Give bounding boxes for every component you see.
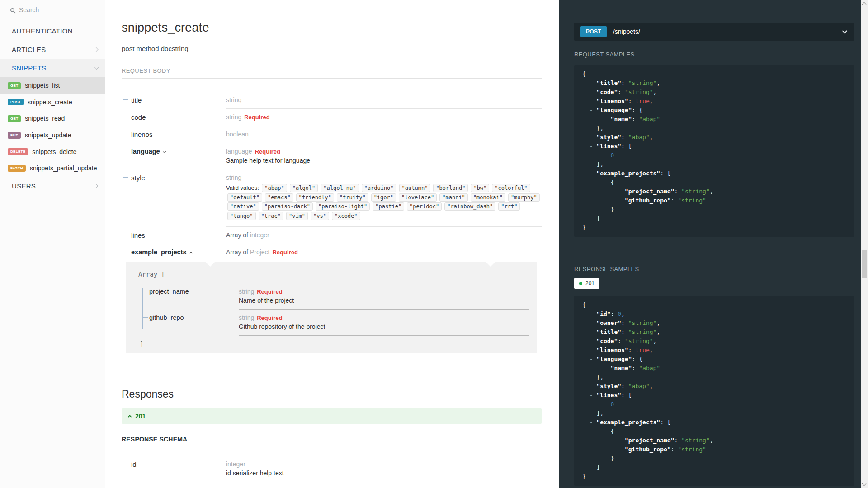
type-prefix: Array of [226,249,250,256]
code-line: 0 [582,151,849,160]
code-line: "linenos": true, [582,346,849,355]
code-line: - "lines": [ [582,391,849,400]
endpoint-dropdown[interactable]: POST /snippets/ [574,23,854,41]
code-token: "style" [582,383,621,389]
code-line: - "language": { [582,106,849,115]
code-token: : [671,197,678,204]
scroll-up-arrow-icon[interactable] [862,2,867,7]
main-content: snippets_create post method docstring RE… [105,0,559,488]
field-name-label: style [131,174,145,182]
response-201-banner[interactable]: 201 [122,408,542,424]
valid-value-badge: "paraiso-dark" [262,202,313,211]
valid-value-badge: "colorful" [492,184,530,192]
sidebar-item-snippets_update[interactable]: PUTsnippets_update [0,127,105,144]
code-token: "string" [681,188,710,195]
code-token: - [582,143,596,150]
code-token: , [650,134,653,141]
field-name: linenos [122,126,226,143]
code-line: "code": "string", [582,88,849,97]
scrollbar-thumb[interactable] [862,250,867,278]
scroll-down-arrow-icon[interactable] [862,482,867,486]
code-token: "lines" [596,392,621,399]
sidebar: AUTHENTICATIONARTICLESSNIPPETSGETsnippet… [0,0,105,488]
sidebar-item-label: AUTHENTICATION [12,27,73,35]
code-line: 0 [582,400,849,409]
code-token: : [671,446,678,453]
code-token: "style" [582,134,621,141]
code-token: "abap" [639,116,660,122]
field-type: string [226,174,241,181]
code-token: ] [582,464,600,471]
response-sample-tab-201[interactable]: 201 [574,278,599,289]
operation-label: snippets_create [28,99,72,106]
response-schema-fields: idintegerid serializer help textownerstr… [122,456,542,488]
sidebar-item-label: ARTICLES [12,46,46,53]
code-token: ], [582,410,604,417]
sidebar-item-snippets[interactable]: SNIPPETS [0,59,105,77]
tree-tick-icon [123,235,128,235]
sidebar-item-snippets_read[interactable]: GETsnippets_read [0,110,105,127]
code-token: : [628,98,636,104]
valid-value-badge: "arduino" [362,184,396,192]
valid-value-badge: "abap" [262,184,287,192]
code-line: ], [582,409,849,418]
collapse-caret-icon [128,415,132,418]
code-token: : [621,328,628,335]
code-token: "string" [678,446,706,453]
code-line: ], [582,160,849,169]
field-name[interactable]: example_projects [122,244,226,262]
field-row-lines: linesArray of integer [122,227,542,244]
code-token: - [582,107,596,113]
sidebar-item-snippets_list[interactable]: GETsnippets_list [0,77,105,94]
tree-tick-icon [123,151,128,151]
sidebar-item-authentication[interactable]: AUTHENTICATION [0,22,105,40]
field-value: boolean [226,126,542,143]
field-name: lines [122,227,226,244]
sidebar-item-snippets_delete[interactable]: DELETEsnippets_delete [0,143,105,160]
field-value: string [226,482,542,488]
sidebar-item-articles[interactable]: ARTICLES [0,40,105,59]
field-name: style [122,169,226,227]
request-body-fields: titlestringcodestringRequiredlinenosbool… [122,92,542,262]
code-token: "id" [582,310,611,317]
field-type-line: boolean [226,131,542,138]
field-type: string [226,113,241,121]
field-row-project_name: project_namestringRequiredName of the pr… [141,283,529,310]
array-schema-box: Array [ project_namestringRequiredName o… [126,262,537,353]
field-name-label: code [131,113,146,121]
code-line: "title": "string", [582,79,849,88]
code-token: "github_repo" [582,446,671,453]
valid-value-badge: "tango" [227,212,256,220]
code-token: } [582,455,614,462]
code-token: "string" [678,197,706,204]
code-line: - "language": { [582,355,849,364]
code-token: "abap" [628,383,650,389]
field-type: string [239,314,254,321]
sidebar-item-users[interactable]: USERS [0,177,105,195]
type-prefix: Array of [226,231,250,239]
valid-value-badge: "manni" [439,193,468,202]
field-type-line: languageRequired [226,148,542,155]
valid-value-badge: "borland" [433,184,468,192]
field-help-text: Github repository of the project [239,323,529,330]
code-line: "name": "abap" [582,364,849,373]
required-flag: Required [255,148,280,155]
sidebar-item-snippets_partial_update[interactable]: PATCHsnippets_partial_update [0,160,105,177]
field-value: stringRequired [226,109,542,126]
code-line: "id": 0, [582,310,849,319]
field-help-text: id serializer help text [226,469,542,477]
code-line: ] [582,463,849,472]
field-type-line: stringRequired [239,314,529,321]
page-scrollbar[interactable] [861,0,868,488]
field-name[interactable]: language [122,143,226,169]
code-token: : [621,383,628,389]
code-token: , [653,338,657,344]
code-token: "title" [582,80,621,86]
valid-value-badge: "monokai" [471,193,505,202]
required-flag: Required [244,114,269,121]
code-token: : [ [660,170,670,177]
code-token: "linenos" [582,98,628,104]
search-input[interactable] [19,6,82,14]
sidebar-item-snippets_create[interactable]: POSTsnippets_create [0,94,105,111]
response-sample-code: { "id": 0, "owner": "string", "title": "… [574,296,854,486]
